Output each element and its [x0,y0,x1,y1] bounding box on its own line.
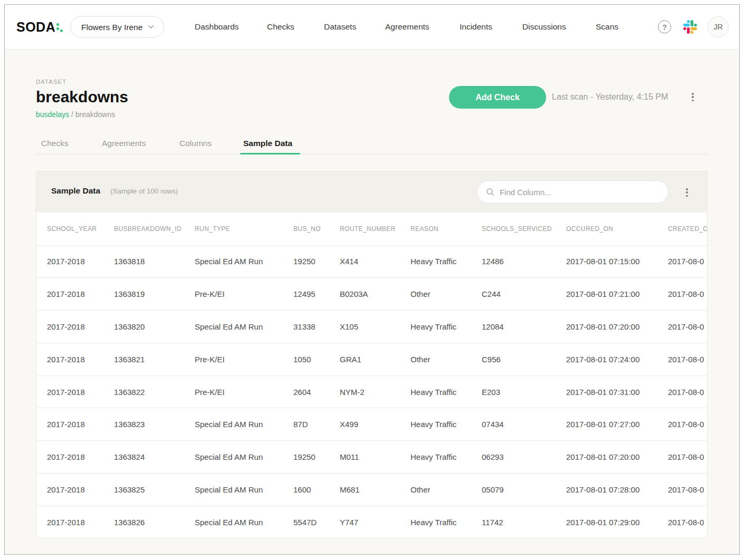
table-cell: 2017-2018 [36,408,103,441]
table-cell: 11742 [471,506,556,538]
panel-kebab-menu[interactable] [684,186,690,199]
find-column-input[interactable] [500,188,660,197]
table-cell: 2017-08-01 07:31:00 [556,375,657,408]
table-cell: 2017-08-01 07:28:00 [556,474,657,506]
table-row: 2017-20181363821Pre-K/EI1050GRA1OtherC95… [36,343,708,375]
table-cell: 2017-08-01 07:20:00 [556,441,657,474]
table-cell: X105 [329,311,400,343]
table-cell: X414 [329,245,400,278]
table-cell: Heavy Traffic [400,506,471,538]
table-cell: 2017-2018 [36,441,103,474]
table-cell: Special Ed AM Run [184,311,283,343]
column-header: RUN_TYPE [184,213,283,245]
sample-data-panel: Sample Data (Sample of 100 rows) SCHOOL_… [36,171,708,538]
table-cell: 2017-08-0 [657,278,708,311]
table-cell: 2017-2018 [36,506,103,538]
table-row: 2017-20181363824Special Ed AM Run19250M0… [36,441,708,474]
table-cell: X499 [329,408,400,441]
table-cell: 2017-08-0 [657,441,708,474]
table-cell: 1363825 [103,474,184,506]
table-cell: 2017-08-01 07:27:00 [556,408,657,441]
column-header: BUS_NO [283,213,329,245]
nav-item-agreements[interactable]: Agreements [385,22,429,32]
table-cell: Heavy Traffic [400,441,471,474]
table-cell: 31338 [283,311,329,343]
active-tab-underline [240,153,300,155]
table-cell: 2017-08-01 07:29:00 [556,506,657,538]
table-cell: Other [400,278,471,311]
table-cell: 1363818 [103,245,184,278]
soda-logo-dots-icon [55,21,63,33]
table-cell: Heavy Traffic [400,375,471,408]
table-cell: Special Ed AM Run [184,506,283,538]
table-cell: GRA1 [329,343,400,375]
table-cell: 1363826 [103,506,184,538]
table-cell: 05079 [471,474,556,506]
nav-item-datasets[interactable]: Datasets [324,22,356,32]
table-cell: Heavy Traffic [400,311,471,343]
table-cell: 07434 [471,408,556,441]
table-cell: 12486 [471,245,556,278]
table-cell: Special Ed AM Run [184,441,283,474]
table-cell: C244 [471,278,556,311]
avatar-initials: JR [713,23,723,31]
find-column-search[interactable] [477,180,668,204]
nav-item-discussions[interactable]: Discussions [522,22,566,32]
nav-item-scans[interactable]: Scans [596,22,618,32]
table-cell: 12084 [471,311,556,343]
table-cell: 2017-08-0 [657,375,708,408]
table-cell: 2017-08-01 07:15:00 [556,245,657,278]
table-cell: 2017-2018 [36,245,103,278]
panel-subtitle: (Sample of 100 rows) [110,187,178,195]
tab-checks[interactable]: Checks [41,139,69,148]
tab-agreements[interactable]: Agreements [102,139,146,148]
sample-data-table: SCHOOL_YEARBUSBREAKDOWN_IDRUN_TYPEBUS_NO… [36,213,708,538]
table-cell: 2017-08-0 [657,311,708,343]
table-cell: 12495 [283,278,329,311]
soda-logo[interactable]: SODA [16,21,63,33]
table-cell: 06293 [471,441,556,474]
table-cell: 1363821 [103,343,184,375]
table-cell: 2604 [283,375,329,408]
help-glyph: ? [662,23,667,31]
table-cell: Pre-K/EI [184,375,283,408]
breadcrumb-current: breakdowns [75,110,116,119]
breadcrumb-parent-link[interactable]: busdelays [36,110,69,119]
table-cell: 2017-2018 [36,343,103,375]
dataset-kebab-menu[interactable] [690,91,696,103]
search-icon [486,188,494,196]
table-cell: 19250 [283,441,329,474]
table-row: 2017-20181363818Special Ed AM Run19250X4… [36,245,708,278]
table-cell: 2017-2018 [36,474,103,506]
table-cell: Special Ed AM Run [184,474,283,506]
nav-item-dashboards[interactable]: Dashboards [195,22,239,32]
table-cell: 2017-08-0 [657,506,708,538]
tab-sample-data[interactable]: Sample Data [243,139,292,148]
user-avatar[interactable]: JR [708,16,729,37]
table-cell: 2017-08-01 07:20:00 [556,311,657,343]
column-header: CREATED_ON [657,213,708,245]
add-check-button[interactable]: Add Check [449,86,546,109]
nav-item-incidents[interactable]: Incidents [460,22,492,32]
column-header: BUSBREAKDOWN_ID [103,213,184,245]
table-cell: 1363820 [103,311,184,343]
tab-columns[interactable]: Columns [179,139,212,148]
table-cell: Other [400,474,471,506]
table-cell: 1363819 [103,278,184,311]
table-cell: 2017-2018 [36,278,103,311]
table-cell: 1600 [283,474,329,506]
table-cell: 1363822 [103,375,184,408]
table-cell: 1050 [283,343,329,375]
nav-item-checks[interactable]: Checks [267,22,294,32]
chevron-down-icon [148,22,154,28]
table-cell: 1363823 [103,408,184,441]
org-selector-dropdown[interactable]: Flowers By Irene [70,16,164,38]
table-cell: 1363824 [103,441,184,474]
slack-icon[interactable] [683,20,697,34]
org-selector-label: Flowers By Irene [81,22,142,32]
breadcrumb: busdelays / breakdowns [36,110,115,119]
table-cell: 2017-08-0 [657,245,708,278]
table-cell: Special Ed AM Run [184,408,283,441]
table-cell: 2017-2018 [36,311,103,343]
help-icon[interactable]: ? [658,21,671,34]
